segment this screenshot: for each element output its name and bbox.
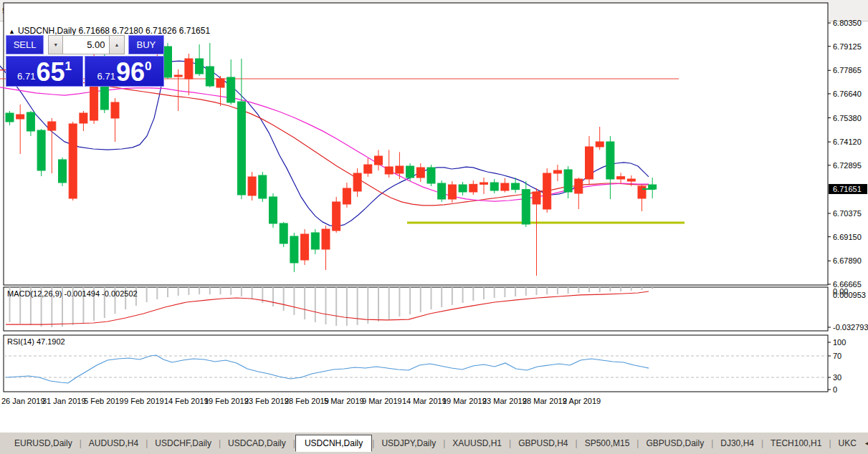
candle-body[interactable]	[227, 77, 235, 102]
candle-body[interactable]	[270, 197, 277, 223]
tab-gbpusd-daily[interactable]: GBPUSD,Daily	[639, 435, 711, 451]
candle-body[interactable]	[522, 190, 530, 224]
buy-price-box[interactable]: 6.71960	[85, 56, 164, 87]
candle-body[interactable]	[37, 130, 45, 170]
tab-gbpusd-h4[interactable]: GBPUSD,H4	[511, 435, 575, 451]
rsi-axis-label: 0	[833, 385, 837, 394]
volume-decrease-button[interactable]: ▼	[48, 35, 63, 54]
candle-body[interactable]	[353, 173, 361, 191]
candle-body[interactable]	[533, 192, 540, 204]
candle-body[interactable]	[27, 112, 34, 131]
candle-body[interactable]	[280, 223, 287, 243]
candle-body[interactable]	[501, 183, 509, 190]
current-price-tag-label: 6.71651	[833, 185, 862, 193]
candle-body[interactable]	[174, 75, 182, 77]
candle-body[interactable]	[16, 115, 24, 119]
date-tick-label: 28 Feb 2019	[285, 397, 329, 405]
candle-body[interactable]	[364, 165, 372, 173]
volume-increase-button[interactable]: ▲	[109, 35, 124, 54]
candle-body[interactable]	[617, 177, 625, 179]
candle-body[interactable]	[185, 59, 193, 79]
chart-tabs: EURUSD,Daily|AUDUSD,H4|USDCHF,Daily|USDC…	[0, 432, 868, 454]
candle-body[interactable]	[164, 47, 172, 77]
tab-audusd-h4[interactable]: AUDUSD,H4	[82, 435, 146, 451]
tab-usdjpy-daily[interactable]: USDJPY,Daily	[374, 435, 443, 451]
chart-title: ▲USDCNH,Daily 6.71668 6.72180 6.71626 6.…	[9, 26, 210, 36]
sell-price-prefix: 6.71	[17, 71, 35, 82]
candle-body[interactable]	[111, 102, 119, 118]
candle-body[interactable]	[59, 160, 67, 183]
candle-body[interactable]	[375, 156, 383, 165]
candle-body[interactable]	[416, 168, 424, 178]
tab-usdchf-daily[interactable]: USDCHF,Daily	[148, 435, 219, 451]
tab-ukc[interactable]: UKC	[831, 435, 864, 451]
sell-price-box[interactable]: 6.71651	[6, 56, 83, 87]
tab-xauusd-h1[interactable]: XAUUSD,H1	[445, 435, 509, 451]
candle-body[interactable]	[543, 173, 551, 209]
collapse-arrow-icon[interactable]: ▲	[9, 28, 15, 35]
candle-body[interactable]	[216, 79, 224, 87]
candle-body[interactable]	[301, 234, 309, 260]
rsi-axis-label: 70	[833, 352, 841, 360]
tab-tech100-h1[interactable]: TECH100,H1	[763, 435, 829, 451]
date-tick-label: 2 Apr 2019	[563, 397, 601, 405]
date-tick-label: 14 Mar 2019	[402, 397, 447, 405]
candle-body[interactable]	[469, 184, 477, 192]
candle-body[interactable]	[290, 236, 298, 263]
candle-body[interactable]	[512, 183, 520, 190]
spin-down-icon: ▼	[53, 42, 58, 47]
candle-body[interactable]	[459, 185, 467, 192]
candle-body[interactable]	[259, 175, 267, 198]
candle-body[interactable]	[237, 102, 245, 195]
date-tick-label: 23 Mar 2019	[482, 397, 527, 405]
volume-input[interactable]	[63, 35, 109, 54]
macd-axis-max: 0.000953	[833, 291, 866, 299]
candle-body[interactable]	[596, 142, 604, 147]
tab-scroll-left-icon[interactable]: ◄	[864, 440, 868, 447]
candle-body[interactable]	[586, 147, 593, 179]
buy-button[interactable]: BUY	[128, 35, 164, 54]
price-tick-label: 6.75380	[833, 114, 862, 122]
candle-body[interactable]	[80, 113, 87, 123]
macd-label: MACD(12,26,9) -0.001494 -0.002502	[7, 289, 138, 298]
candle-body[interactable]	[396, 166, 404, 173]
date-tick-label: 28 Mar 2019	[523, 397, 567, 405]
candle-body[interactable]	[564, 170, 572, 192]
one-click-trading-panel: SELL ▼ ▲ BUY 6.71651 6.71960	[6, 35, 164, 87]
candle-body[interactable]	[480, 183, 488, 184]
candle-body[interactable]	[196, 59, 204, 74]
rsi-axis-label: 30	[833, 373, 841, 382]
candle-body[interactable]	[553, 170, 561, 173]
candle-body[interactable]	[333, 202, 340, 231]
candle-body[interactable]	[438, 183, 446, 199]
date-tick-label: 14 Feb 2019	[164, 397, 209, 405]
candle-body[interactable]	[206, 67, 214, 86]
candle-body[interactable]	[322, 229, 330, 249]
rsi-label: RSI(14) 47.1902	[7, 337, 65, 346]
tab-eurusd-daily[interactable]: EURUSD,Daily	[7, 435, 80, 451]
date-tick-label: 23 Feb 2019	[244, 397, 289, 405]
candle-body[interactable]	[427, 168, 435, 183]
tab-dj30-h4[interactable]: DJ30,H4	[713, 435, 761, 451]
candle-body[interactable]	[606, 142, 614, 179]
tab-usdcad-daily[interactable]: USDCAD,Daily	[221, 435, 293, 451]
candle-body[interactable]	[69, 124, 77, 198]
candle-body[interactable]	[6, 113, 14, 122]
price-tick-label: 6.74120	[833, 137, 862, 146]
candle-body[interactable]	[343, 188, 350, 204]
mt4-window: 5M30H1H4D1W1MN MACD(12,26,9) -0.001494 -…	[0, 0, 868, 454]
sell-button[interactable]: SELL	[6, 35, 44, 54]
candle-body[interactable]	[575, 179, 583, 193]
candle-body[interactable]	[490, 183, 498, 190]
candle-body[interactable]	[406, 166, 414, 178]
candle-body[interactable]	[627, 179, 635, 181]
candle-body[interactable]	[638, 186, 646, 198]
sell-price-main: 65	[36, 60, 65, 84]
candle-body[interactable]	[311, 233, 319, 249]
tab-sp500-m15[interactable]: SP500,M15	[578, 435, 637, 451]
candle-body[interactable]	[448, 185, 456, 199]
candle-body[interactable]	[48, 122, 56, 130]
candle-body[interactable]	[248, 177, 256, 195]
tab-usdcnh-daily[interactable]: USDCNH,Daily	[295, 435, 372, 452]
candle-body[interactable]	[385, 167, 393, 174]
